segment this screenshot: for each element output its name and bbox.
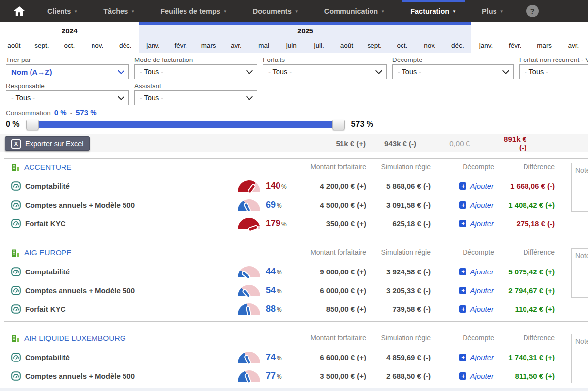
chevron-down-icon: ▼ [295,9,299,14]
nav-item-feuilles-de-temps[interactable]: Feuilles de temps▼ [157,0,230,22]
chevron-down-icon: ▼ [381,9,385,14]
filter-select-responsable[interactable]: - Tous - [6,90,129,105]
nav-item-clients[interactable]: Clients▼ [44,0,81,22]
help-button[interactable]: ? [526,0,539,22]
month-avr[interactable]: avr. [559,42,588,49]
note-textarea[interactable] [571,163,588,212]
help-icon: ? [526,5,539,17]
month-janv-2025[interactable]: janv. [139,42,167,49]
gauge-cell [237,266,261,277]
chevron-down-icon [502,67,509,74]
nav-item-label: Plus [482,7,497,15]
difference-value: 1 740,31 € (+) [495,353,556,361]
service-name: Comptabilité [25,268,70,276]
ajouter-decompte-button[interactable]: +Ajouter [432,286,495,295]
simulation-regie-value: 3 205,33 € (-) [367,286,432,295]
montant-forfaitaire-value: 350,00 € (+) [297,219,367,228]
ajouter-decompte-button[interactable]: +Ajouter [432,182,495,190]
difference-value: 811,50 € (+) [495,372,556,380]
filter-select-assistant[interactable]: - Tous - [134,90,257,105]
nav-item-taches[interactable]: Tâches▼ [100,0,138,22]
simulation-regie-value: 4 859,69 € (-) [367,353,432,361]
filter-label: Décompte [392,56,514,63]
simulation-regie-value: 2 688,50 € (-) [367,372,432,380]
montant-forfaitaire-value: 4 500,00 € (+) [297,201,367,209]
month-sept-2025[interactable]: sept. [361,42,388,49]
service-name-cell: Comptabilité [11,353,237,362]
consumption-separator: - [70,109,72,117]
month-mars-2025[interactable]: mars [195,42,222,49]
gauge-needle [245,374,250,383]
client-name-link[interactable]: AIR LIQUIDE LUXEMBOURG [24,334,126,343]
month-oct-2024[interactable]: oct. [56,42,84,49]
gauge-icon [238,370,260,382]
nav-item-label: Communication [324,7,378,15]
month-janv[interactable]: janv. [471,42,500,49]
percent-symbol: % [277,373,282,380]
month-avr-2025[interactable]: avr. [222,42,250,49]
month-juin-2025[interactable]: juin [278,42,305,49]
consumption-range-slider[interactable] [26,121,345,128]
ajouter-decompte-button[interactable]: +Ajouter [432,305,495,313]
service-row-comptabilite: Comptabilité44%9 000,00 € (+)3 924,58 € … [11,262,588,281]
nav-item-label: Clients [47,7,71,15]
note-textarea[interactable] [571,334,588,383]
client-header: AIR LIQUIDE LUXEMBOURG [11,334,237,343]
slider-handle-min[interactable] [26,120,39,130]
month-oct-2025[interactable]: oct. [388,42,416,49]
month-nov-2024[interactable]: nov. [84,42,112,49]
meter-icon [11,181,21,191]
nav-item-facturation[interactable]: Facturation▼ [407,0,459,22]
nav-item-documents[interactable]: Documents▼ [250,0,302,22]
export-excel-button[interactable]: X Exporter sur Excel [5,136,90,151]
nav-item-communication[interactable]: Communication▼ [321,0,388,22]
month-fevr[interactable]: févr. [500,42,529,49]
home-button[interactable] [14,0,25,22]
nav-item-plus[interactable]: Plus▼ [479,0,507,22]
year-label: 2025 [139,25,471,37]
month-mai-2025[interactable]: mai [250,42,278,49]
month-sept-2024[interactable]: sept. [28,42,56,49]
client-header-row: ACCENTUREMontant forfaitaireSimulation r… [11,161,588,177]
service-name: Forfait KYC [25,219,66,228]
plus-icon: + [459,201,466,209]
filter-select-forfaits[interactable]: - Tous - [263,64,387,79]
ajouter-label: Ajouter [470,286,494,295]
column-header-difference: Différence [495,334,556,342]
ajouter-decompte-button[interactable]: +Ajouter [432,201,495,209]
ajouter-label: Ajouter [470,372,494,380]
service-name-cell: Comptabilité [11,181,237,191]
month-nov-2025[interactable]: nov. [416,42,444,49]
percent-symbol: % [277,306,282,313]
year-label [471,25,588,37]
consumption-range-summary: Consommation 0 % - 573 % [0,108,588,117]
ajouter-decompte-button[interactable]: +Ajouter [432,268,495,276]
ajouter-decompte-button[interactable]: +Ajouter [432,219,495,228]
month-fevr-2025[interactable]: févr. [167,42,194,49]
montant-forfaitaire-value: 3 500,00 € (+) [297,372,367,380]
montant-forfaitaire-value: 6 000,00 € (+) [297,286,367,295]
filter-select-trier-par[interactable]: Nom (A→Z) [6,64,129,79]
ajouter-decompte-button[interactable]: +Ajouter [432,353,495,361]
month-mars[interactable]: mars [530,42,559,49]
filter-select-mode-de-facturation[interactable]: - Tous - [134,64,257,79]
month-aout-2025[interactable]: août [333,42,361,49]
month-dec-2025[interactable]: déc. [444,42,471,49]
filter-label: Forfaits [263,56,387,63]
month-dec-2024[interactable]: déc. [111,42,139,49]
client-name-link[interactable]: ACCENTURE [24,163,71,172]
difference-value: 1 668,06 € (-) [495,182,556,190]
client-name-link[interactable]: AIG EUROPE [24,248,71,257]
filter-select-decompte[interactable]: - Tous - [392,64,514,79]
filter-select-forfait-non-recurrent-v[interactable]: - Tous - [519,64,588,79]
month-juil-2025[interactable]: juil. [306,42,333,49]
filter-responsable: Responsable- Tous - [6,82,129,105]
consumption-max-value: 573 % [76,108,97,117]
select-value: - Tous - [525,68,548,76]
consumption-min-value: 0 % [54,108,67,117]
ajouter-decompte-button[interactable]: +Ajouter [432,372,495,380]
month-aout-2024[interactable]: août [0,42,28,49]
note-textarea[interactable] [571,248,588,298]
slider-handle-max[interactable] [332,120,345,130]
gauge-icon [238,199,260,211]
